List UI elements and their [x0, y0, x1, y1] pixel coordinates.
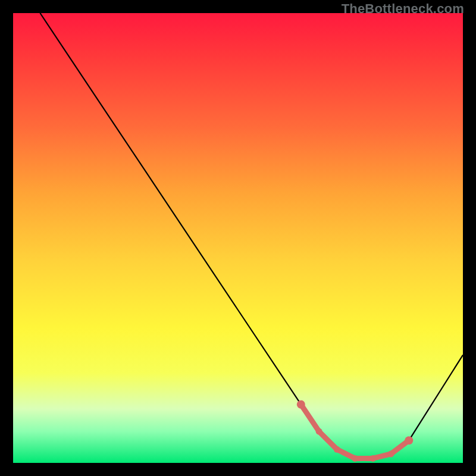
- optimal-range-dot: [334, 446, 340, 453]
- optimal-range-dot: [352, 455, 358, 462]
- optimal-range-dot: [297, 400, 305, 409]
- bottleneck-curve: [40, 13, 463, 458]
- optimal-range-dot: [388, 450, 394, 457]
- watermark-text: TheBottleneck.com: [342, 1, 464, 17]
- bottleneck-chart: [13, 13, 463, 463]
- optimal-range-dot: [316, 428, 322, 435]
- optimal-range-dot: [405, 436, 413, 444]
- optimal-range-dot: [369, 455, 376, 462]
